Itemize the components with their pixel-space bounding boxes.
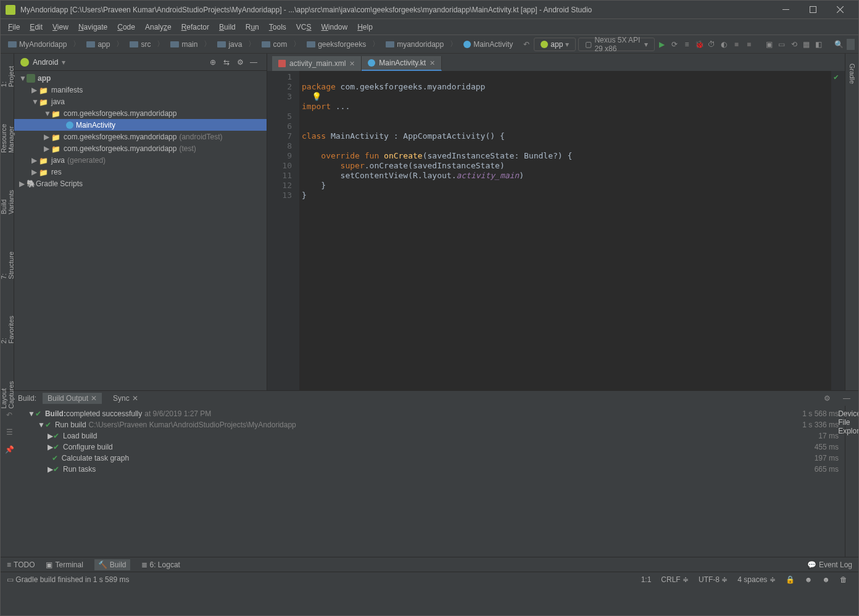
bottom-event-log[interactable]: 💬 Event Log <box>807 561 852 569</box>
status-trash-icon[interactable]: 🗑 <box>835 575 852 584</box>
code-editor[interactable]: 1235678910111213 package com.geeksforgee… <box>267 71 845 390</box>
run-button[interactable]: ▶ <box>657 38 667 51</box>
crumb-app[interactable]: app <box>83 39 114 49</box>
device-selector[interactable]: ▢ Nexus 5X API 29 x86 ▾ <box>578 38 654 51</box>
tree-gradle-scripts[interactable]: ▶🐘 Gradle Scripts <box>14 178 267 189</box>
locate-icon[interactable]: ⊕ <box>206 55 220 69</box>
status-cursor-pos[interactable]: 1:1 <box>636 575 657 584</box>
bottom-todo[interactable]: ≡ TODO <box>7 561 35 569</box>
apply-code-icon[interactable]: ≡ <box>682 38 692 51</box>
crumb-src[interactable]: src <box>126 39 154 49</box>
tree-app[interactable]: ▼app <box>14 72 267 84</box>
close-icon[interactable]: ✕ <box>132 394 138 403</box>
build-row[interactable]: ▶ ✔Run tasks665 ms <box>18 464 845 475</box>
gear-icon[interactable]: ⚙ <box>820 392 834 405</box>
close-button[interactable] <box>826 1 853 18</box>
build-row[interactable]: ✔Calculate task graph197 ms <box>18 453 845 464</box>
status-indent[interactable]: 4 spaces ≑ <box>732 575 780 584</box>
profile-button[interactable]: ⏱ <box>707 38 716 51</box>
stop-button-2[interactable]: ■ <box>744 38 754 51</box>
rail-layout-captures[interactable]: Layout Captures <box>0 381 15 409</box>
tree-java-gen[interactable]: ▶📁java(generated) <box>14 154 267 166</box>
build-row[interactable]: ▶ ✔Load build17 ms <box>18 430 845 441</box>
rail-resource-manager[interactable]: Resource Manager <box>0 124 15 153</box>
status-lock-icon[interactable]: 🔒 <box>781 575 800 584</box>
apply-changes-icon[interactable]: ⟳ <box>670 38 679 51</box>
hide-icon[interactable]: — <box>247 55 260 69</box>
crumb-mainactivity[interactable]: MainActivity <box>460 39 517 49</box>
status-encoding[interactable]: UTF-8 ≑ <box>694 575 732 584</box>
project-tree[interactable]: ▼app ▶📁manifests ▼📁java ▼📁com.geeksforge… <box>14 71 267 390</box>
intention-bulb-icon[interactable]: 💡 <box>312 92 322 101</box>
build-row[interactable]: ▼ ✔Run buildC:\Users\Praveen Kumar\Andro… <box>18 419 845 430</box>
tree-res[interactable]: ▶📁res <box>14 166 267 178</box>
menu-help[interactable]: Help <box>352 20 378 34</box>
menu-build[interactable]: Build <box>214 20 241 34</box>
menu-analyze[interactable]: Analyze <box>140 20 176 34</box>
status-face-icon[interactable]: ☻ <box>800 575 818 584</box>
build-tab-sync[interactable]: Sync ✕ <box>108 393 143 404</box>
stop-button[interactable]: ■ <box>731 38 741 51</box>
bottom-logcat[interactable]: ≣ 6: Logcat <box>141 561 180 569</box>
menu-file[interactable]: File <box>3 20 25 34</box>
gear-icon[interactable]: ⚙ <box>233 55 247 69</box>
tree-pkg-test[interactable]: ▶📁com.geeksforgeeks.myandoridapp(test) <box>14 142 267 154</box>
attach-debugger-icon[interactable]: ◐ <box>719 38 729 51</box>
menu-refactor[interactable]: Refactor <box>176 20 214 34</box>
build-row[interactable]: ▶ ✔Configure build455 ms <box>18 441 845 453</box>
menu-window[interactable]: Window <box>316 20 352 34</box>
tree-java[interactable]: ▼📁java <box>14 96 267 107</box>
tree-pkg-androidtest[interactable]: ▶📁com.geeksforgeeks.myandoridapp(android… <box>14 131 267 142</box>
status-line-ending[interactable]: CRLF ≑ <box>656 575 694 584</box>
rail-structure[interactable]: 7: Structure <box>0 252 15 279</box>
crumb-java[interactable]: java <box>214 39 246 49</box>
rail-build-variants[interactable]: Build Variants <box>0 190 15 215</box>
tree-manifests[interactable]: ▶📁manifests <box>14 84 267 96</box>
tree-mainactivity[interactable]: MainActivity <box>14 119 267 131</box>
prev-icon[interactable]: ↶ <box>2 408 16 422</box>
close-icon[interactable]: ✕ <box>91 394 97 403</box>
rail-gradle[interactable]: Gradle <box>849 64 856 84</box>
sdk-manager-icon[interactable]: ▭ <box>777 38 787 51</box>
menu-vcs[interactable]: VCS <box>291 20 317 34</box>
hide-icon[interactable]: — <box>840 392 853 405</box>
status-face-icon-2[interactable]: ☻ <box>817 575 835 584</box>
close-tab-icon[interactable]: ✕ <box>349 60 355 68</box>
search-icon[interactable]: 🔍 <box>834 38 844 51</box>
sync-gradle-icon[interactable]: ⟲ <box>789 38 799 51</box>
close-tab-icon[interactable]: ✕ <box>430 59 435 67</box>
nav-back-icon[interactable]: ↶ <box>521 38 531 51</box>
build-tab-output[interactable]: Build Output ✕ <box>43 393 102 404</box>
project-view-selector[interactable]: Android ▾ <box>20 58 206 67</box>
layout-inspector-icon[interactable]: ▦ <box>802 38 811 51</box>
crumb-geeksforgeeks[interactable]: geeksforgeeks <box>303 39 370 49</box>
crumb-com[interactable]: com <box>258 39 291 49</box>
tab-activity-main-xml[interactable]: activity_main.xml ✕ <box>272 56 362 71</box>
rail-project[interactable]: 1: Project <box>0 66 15 87</box>
code-lines[interactable]: package com.geeksforgeeks.myandoridapp 💡… <box>299 71 831 390</box>
build-row[interactable]: ▼ ✔Build: completed successfullyat 9/6/2… <box>18 408 845 419</box>
bottom-build[interactable]: 🔨 Build <box>94 559 130 570</box>
resource-manager-icon[interactable]: ◧ <box>814 38 824 51</box>
menu-edit[interactable]: Edit <box>25 20 48 34</box>
menu-code[interactable]: Code <box>112 20 140 34</box>
bottom-terminal[interactable]: ▣ Terminal <box>46 561 83 569</box>
menu-navigate[interactable]: Navigate <box>73 20 112 34</box>
tree-pkg-main[interactable]: ▼📁com.geeksforgeeks.myandoridapp <box>14 107 267 119</box>
avd-manager-icon[interactable]: ▣ <box>764 38 774 51</box>
pin-icon[interactable]: 📌 <box>2 443 16 456</box>
collapse-icon[interactable]: ⇆ <box>220 55 233 69</box>
debug-button[interactable]: 🐞 <box>694 38 704 51</box>
crumb-project[interactable]: MyAndoridapp <box>4 39 70 49</box>
menu-tools[interactable]: Tools <box>264 20 291 34</box>
tab-mainactivity-kt[interactable]: MainActivity.kt ✕ <box>362 56 442 71</box>
menu-run[interactable]: Run <box>241 20 264 34</box>
build-output-tree[interactable]: ▼ ✔Build: completed successfullyat 9/6/2… <box>18 406 845 557</box>
crumb-myandoridapp[interactable]: myandoridapp <box>382 39 447 49</box>
maximize-button[interactable] <box>799 1 826 18</box>
menu-view[interactable]: View <box>48 20 73 34</box>
rail-favorites[interactable]: 2: Favorites <box>0 316 15 343</box>
minimize-button[interactable] <box>772 1 799 18</box>
panel-button[interactable] <box>847 39 855 50</box>
filter-icon[interactable]: ☰ <box>2 425 16 439</box>
